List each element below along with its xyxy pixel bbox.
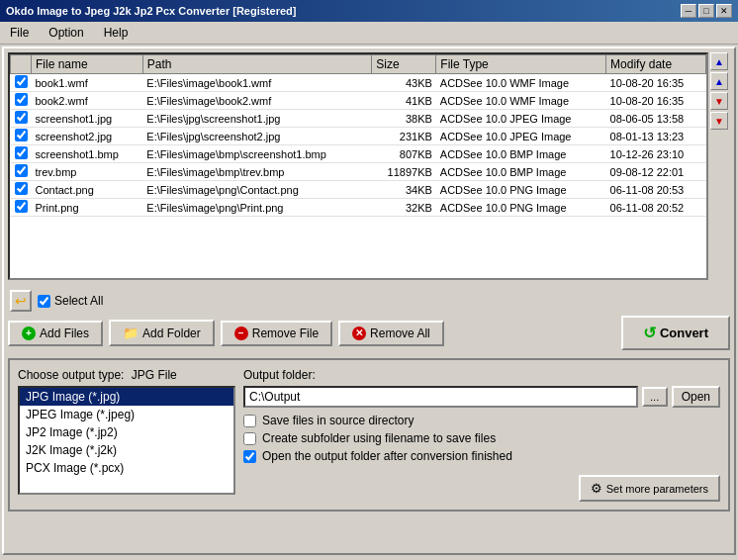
title-bar-text: Okdo Image to Jpeg J2k Jp2 Pcx Converter… (6, 5, 296, 17)
output-option-checkbox[interactable] (243, 415, 256, 427)
row-checkbox[interactable] (15, 200, 28, 213)
row-path: E:\Files\jpg\screenshot1.jpg (142, 110, 371, 128)
select-all-label[interactable]: Select All (38, 294, 103, 308)
row-date: 10-08-20 16:35 (606, 74, 706, 92)
format-item[interactable]: J2K Image (*.j2k) (20, 441, 233, 459)
add-files-button[interactable]: + Add Files (8, 321, 103, 346)
remove-file-button[interactable]: − Remove File (221, 321, 332, 346)
format-item[interactable]: JPEG Image (*.jpeg) (20, 406, 233, 423)
col-path: Path (142, 55, 371, 74)
row-size: 32KB (372, 199, 436, 217)
row-checkbox[interactable] (15, 146, 28, 159)
row-type: ACDSee 10.0 JPEG Image (436, 128, 606, 145)
output-option-row: Save files in source directory (243, 414, 720, 427)
main-window: File name Path Size File Type Modify dat… (2, 47, 736, 555)
table-row[interactable]: book2.wmf E:\Files\image\book2.wmf 41KB … (11, 92, 706, 110)
close-button[interactable]: ✕ (716, 4, 732, 18)
output-type-label: Choose output type: JPG File (18, 368, 235, 382)
scroll-top-button[interactable]: ▲ (710, 52, 728, 70)
output-type-panel: Choose output type: JPG File JPG Image (… (18, 368, 235, 502)
scroll-bottom-button[interactable]: ▼ (710, 112, 728, 130)
row-checkbox[interactable] (15, 182, 28, 195)
toolbar: + Add Files 📁 Add Folder − Remove File ✕… (8, 316, 730, 350)
title-bar-controls: ─ □ ✕ (681, 4, 732, 18)
remove-all-button[interactable]: ✕ Remove All (338, 321, 444, 346)
row-checkbox[interactable] (15, 93, 28, 106)
table-row[interactable]: book1.wmf E:\Files\image\book1.wmf 43KB … (11, 74, 706, 92)
add-folder-button[interactable]: 📁 Add Folder (109, 320, 215, 346)
table-row[interactable]: screenshot1.bmp E:\Files\image\bmp\scree… (11, 145, 706, 163)
output-option-label: Save files in source directory (262, 414, 414, 427)
col-filetype: File Type (436, 55, 606, 74)
row-filename: screenshot2.jpg (32, 128, 143, 145)
scroll-up-button[interactable]: ▲ (710, 72, 728, 90)
row-checkbox[interactable] (15, 111, 28, 124)
row-date: 08-06-05 13:58 (606, 110, 706, 128)
row-type: ACDSee 10.0 PNG Image (436, 181, 606, 199)
row-checkbox[interactable] (15, 75, 28, 88)
row-checkbox[interactable] (15, 129, 28, 141)
table-row[interactable]: screenshot1.jpg E:\Files\jpg\screenshot1… (11, 110, 706, 128)
row-filename: screenshot1.bmp (32, 145, 143, 163)
row-size: 34KB (372, 181, 436, 199)
output-folder-input[interactable] (243, 386, 638, 408)
set-more-params-button[interactable]: ⚙ Set more parameters (579, 475, 720, 502)
row-filename: book1.wmf (32, 74, 143, 92)
format-item[interactable]: PCX Image (*.pcx) (20, 459, 233, 477)
file-list[interactable]: File name Path Size File Type Modify dat… (8, 52, 708, 280)
row-date: 10-12-26 23:10 (606, 145, 706, 163)
row-path: E:\Files\image\book2.wmf (142, 92, 371, 110)
file-list-area: File name Path Size File Type Modify dat… (8, 52, 730, 284)
col-modifydate: Modify date (606, 55, 706, 74)
row-path: E:\Files\image\png\Contact.png (142, 181, 371, 199)
format-item[interactable]: JP2 Image (*.jp2) (20, 423, 233, 441)
menu-file[interactable]: File (4, 24, 35, 42)
table-row[interactable]: trev.bmp E:\Files\image\bmp\trev.bmp 118… (11, 163, 706, 181)
output-option-checkbox[interactable] (243, 432, 256, 445)
select-bar: ↩ Select All (8, 286, 730, 316)
row-type: ACDSee 10.0 PNG Image (436, 199, 606, 217)
row-filename: Contact.png (32, 181, 143, 199)
select-all-checkbox[interactable] (38, 295, 50, 308)
remove-file-icon: − (234, 327, 248, 340)
row-filename: Print.png (32, 199, 143, 217)
row-size: 41KB (372, 92, 436, 110)
output-option-checkbox[interactable] (243, 450, 256, 463)
output-option-label: Create subfolder using filename to save … (262, 431, 496, 445)
select-all-text: Select All (54, 294, 103, 308)
maximize-button[interactable]: □ (698, 4, 714, 18)
row-path: E:\Files\image\bmp\screenshot1.bmp (142, 145, 371, 163)
browse-button[interactable]: ... (642, 387, 668, 407)
file-table: File name Path Size File Type Modify dat… (10, 54, 706, 217)
row-path: E:\Files\image\book1.wmf (142, 74, 371, 92)
remove-all-icon: ✕ (352, 327, 366, 340)
scroll-down-button[interactable]: ▼ (710, 92, 728, 110)
table-row[interactable]: Contact.png E:\Files\image\png\Contact.p… (11, 181, 706, 199)
bottom-panel: Choose output type: JPG File JPG Image (… (8, 358, 730, 512)
convert-button[interactable]: ↺ Convert (621, 316, 730, 350)
add-files-icon: + (22, 327, 36, 340)
back-button[interactable]: ↩ (10, 290, 32, 312)
row-filename: screenshot1.jpg (32, 110, 143, 128)
row-date: 09-08-12 22:01 (606, 163, 706, 181)
row-path: E:\Files\image\bmp\trev.bmp (142, 163, 371, 181)
open-folder-button[interactable]: Open (672, 386, 720, 408)
table-row[interactable]: screenshot2.jpg E:\Files\jpg\screenshot2… (11, 128, 706, 145)
row-size: 38KB (372, 110, 436, 128)
row-filename: book2.wmf (32, 92, 143, 110)
menu-option[interactable]: Option (43, 24, 89, 42)
format-item[interactable]: JPG Image (*.jpg) (20, 388, 233, 406)
row-size: 11897KB (372, 163, 436, 181)
col-check (11, 55, 32, 74)
row-date: 08-01-13 13:23 (606, 128, 706, 145)
row-date: 10-08-20 16:35 (606, 92, 706, 110)
format-list[interactable]: JPG Image (*.jpg)JPEG Image (*.jpeg)JP2 … (18, 386, 235, 495)
row-filename: trev.bmp (32, 163, 143, 181)
minimize-button[interactable]: ─ (681, 4, 696, 18)
gear-icon: ⚙ (591, 481, 602, 496)
menu-help[interactable]: Help (98, 24, 135, 42)
table-row[interactable]: Print.png E:\Files\image\png\Print.png 3… (11, 199, 706, 217)
row-checkbox[interactable] (15, 164, 28, 177)
row-type: ACDSee 10.0 BMP Image (436, 145, 606, 163)
scroll-buttons: ▲ ▲ ▼ ▼ (710, 52, 730, 284)
